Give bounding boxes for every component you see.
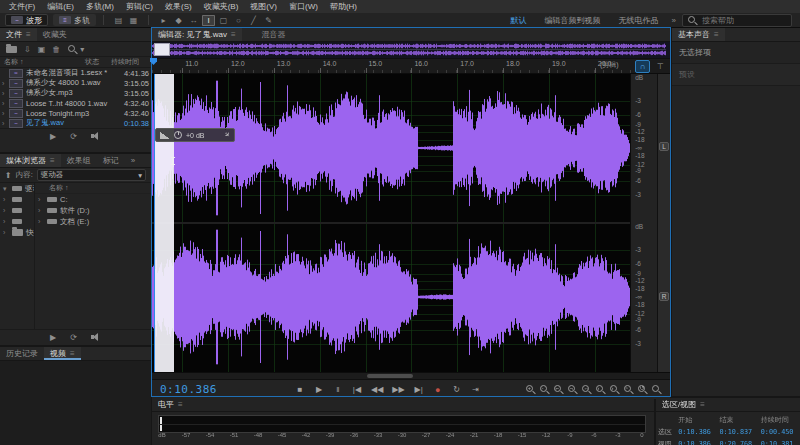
zoom-out-time-icon[interactable]: -: [539, 384, 550, 395]
file-row[interactable]: ›~佛系少女 48000 1.wav3:15.05: [0, 78, 151, 88]
search-caret-icon[interactable]: ▾: [80, 45, 84, 54]
drive-row[interactable]: ›文档 (E:): [35, 216, 151, 227]
tab-essential-sound[interactable]: 基本声音≡: [672, 28, 725, 41]
sv-value[interactable]: 0:10.837: [717, 426, 758, 438]
sv-value[interactable]: 0:20.768: [717, 438, 758, 445]
move-tool-icon[interactable]: ▸: [157, 15, 170, 26]
import-into-files-icon[interactable]: ⬆: [5, 171, 12, 180]
panel-menu-icon[interactable]: ≡: [178, 400, 183, 409]
sv-value[interactable]: 0:00.450: [759, 426, 800, 438]
menu-item[interactable]: 窗口(W): [283, 1, 324, 12]
left-channel-badge[interactable]: L: [659, 142, 669, 151]
file-row[interactable]: ›~见了鬼.wav0:10.38: [0, 118, 151, 128]
marquee-selection-tool-icon[interactable]: ▢: [217, 15, 230, 26]
spectral-display-icon[interactable]: ▦: [127, 15, 140, 26]
menu-item[interactable]: 效果(S): [159, 1, 198, 12]
waveform-view-button[interactable]: ~ 波形: [5, 14, 48, 26]
import-file-icon[interactable]: ⇩: [24, 45, 31, 54]
workspace-tab[interactable]: 无线电作品: [619, 15, 659, 26]
panel-menu-icon[interactable]: ≡: [231, 30, 236, 39]
preview-play-icon[interactable]: ▶: [50, 333, 56, 342]
tree-arrow-icon[interactable]: ›: [3, 196, 9, 203]
tree-arrow-icon[interactable]: ›: [3, 218, 9, 225]
menu-item[interactable]: 多轨(M): [80, 1, 120, 12]
zoom-reset-icon[interactable]: ↺: [637, 384, 648, 395]
open-file-icon[interactable]: [6, 46, 17, 53]
media-tree-item[interactable]: ›: [0, 216, 34, 227]
multitrack-view-button[interactable]: ≡ 多轨: [53, 14, 96, 26]
zoom-to-selection-icon[interactable]: ↔: [581, 384, 592, 395]
volume-knob[interactable]: [174, 131, 182, 139]
trash-icon[interactable]: 🗑: [52, 45, 60, 54]
volume-hud[interactable]: +0 dB ✈: [155, 128, 235, 142]
preview-play-icon[interactable]: ▶: [50, 132, 56, 141]
navigator-selection-handle[interactable]: [154, 43, 170, 56]
panel-menu-icon[interactable]: ≡: [26, 30, 31, 39]
panel-overflow-icon[interactable]: »: [125, 154, 141, 167]
fast-forward-icon[interactable]: ▶▶: [392, 385, 404, 394]
zoom-in-at-inpoint-icon[interactable]: ⌐: [553, 384, 564, 395]
overview-navigator[interactable]: [152, 42, 670, 59]
horizontal-scrollbar[interactable]: [152, 372, 670, 379]
column-name[interactable]: 名称 ↑: [4, 57, 85, 67]
tree-arrow-icon[interactable]: ▾: [3, 185, 9, 193]
slip-tool-icon[interactable]: ↔: [187, 15, 200, 26]
expand-arrow-icon[interactable]: ›: [2, 90, 9, 97]
tab-markers[interactable]: 标记: [97, 154, 125, 167]
tree-arrow-icon[interactable]: ›: [38, 196, 44, 203]
media-tree-item[interactable]: ▾驱动器: [0, 183, 34, 194]
menu-item[interactable]: 剪辑(C): [120, 1, 159, 12]
drive-row[interactable]: ›C:: [35, 194, 151, 205]
new-file-icon[interactable]: ▣: [38, 45, 46, 54]
zoom-in-amplitude-icon[interactable]: ‹: [595, 384, 606, 395]
zoom-out-full-icon[interactable]: [651, 384, 662, 395]
content-dropdown[interactable]: 驱动器 ▾: [37, 169, 146, 181]
scrollbar-handle[interactable]: [367, 374, 413, 378]
column-status[interactable]: 状态: [85, 57, 111, 67]
pin-icon[interactable]: ⊤: [657, 62, 664, 71]
zoom-full-icon[interactable]: ▫: [623, 384, 634, 395]
tree-arrow-icon[interactable]: ›: [3, 207, 9, 214]
panel-menu-icon[interactable]: ≡: [50, 156, 55, 165]
time-display[interactable]: 0:10.386: [160, 383, 217, 396]
expand-arrow-icon[interactable]: ›: [2, 110, 9, 117]
menu-item[interactable]: 编辑(E): [41, 1, 80, 12]
media-tree-item[interactable]: ›: [0, 194, 34, 205]
column-duration[interactable]: 持续时间: [111, 57, 147, 67]
waveform-display[interactable]: +0 dB ✈ I dB-3-6-9-12-18-∞-18-12-9-6-3dB…: [152, 74, 670, 372]
help-search-box[interactable]: 搜索帮助: [682, 14, 792, 27]
media-tree-item[interactable]: ›: [0, 205, 34, 216]
time-selection-tool-icon[interactable]: I: [202, 15, 215, 26]
file-row[interactable]: ›~Loose Tonight.mp34:32.40: [0, 108, 151, 118]
file-row[interactable]: ≈未命名混音项目 1.sesx *4:41.36: [0, 68, 151, 78]
media-tree-item[interactable]: ›快捷方式: [0, 227, 34, 238]
line-tool-icon[interactable]: ╱: [247, 15, 260, 26]
brush-tool-icon[interactable]: ✎: [262, 15, 275, 26]
razor-tool-icon[interactable]: ◆: [172, 15, 185, 26]
expand-arrow-icon[interactable]: ›: [2, 80, 9, 87]
menu-item[interactable]: 视图(V): [244, 1, 283, 12]
speaker-icon[interactable]: [91, 333, 101, 341]
menu-item[interactable]: 帮助(H): [324, 1, 363, 12]
expand-arrow-icon[interactable]: ›: [2, 100, 9, 107]
lasso-selection-tool-icon[interactable]: ○: [232, 15, 245, 26]
tab-mixer[interactable]: 混音器: [256, 28, 292, 41]
stop-icon[interactable]: ■: [295, 385, 305, 394]
tab-effects-rack[interactable]: 效果组: [61, 154, 97, 167]
workspace-tab[interactable]: 默认: [511, 15, 527, 26]
speaker-icon[interactable]: [91, 132, 101, 140]
right-channel-badge[interactable]: R: [659, 292, 669, 301]
tab-levels[interactable]: 电平≡: [152, 398, 189, 411]
tab-favorites[interactable]: 收藏夹: [37, 28, 73, 41]
pause-icon[interactable]: ‖: [333, 385, 343, 394]
zoom-in-time-icon[interactable]: +: [525, 384, 536, 395]
expand-arrow-icon[interactable]: ›: [2, 120, 9, 127]
panel-menu-icon[interactable]: ≡: [714, 30, 719, 39]
panel-menu-icon[interactable]: ≡: [700, 400, 705, 409]
drive-row[interactable]: ›软件 (D:): [35, 205, 151, 216]
tab-files[interactable]: 文件≡: [0, 28, 37, 41]
rewind-icon[interactable]: ◀◀: [371, 385, 383, 394]
zoom-out-amplitude-icon[interactable]: ›: [609, 384, 620, 395]
tab-video[interactable]: 视频≡: [44, 347, 81, 360]
sv-value[interactable]: 0:10.386: [676, 438, 717, 445]
